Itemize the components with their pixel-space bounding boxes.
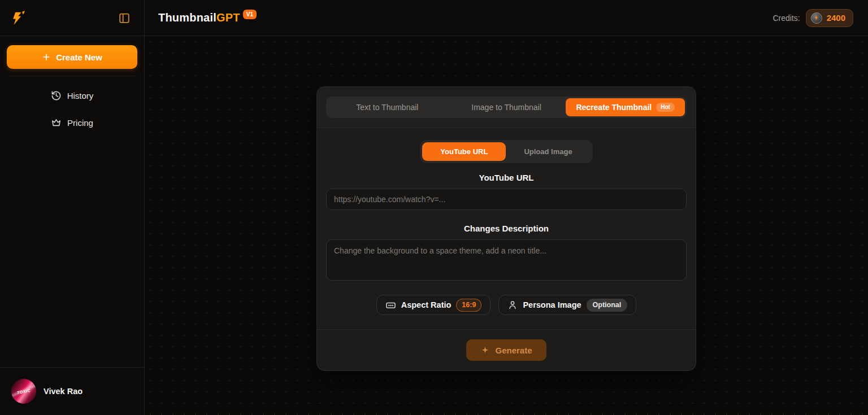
tab-label: Recreate Thumbnail (576, 103, 652, 112)
content-column: ThumbnailGPTV1 Credits: 2400 (145, 0, 868, 415)
youtube-url-label: YouTube URL (479, 173, 534, 182)
brand-accent: GPT (216, 11, 240, 24)
youtube-url-input[interactable] (326, 189, 687, 210)
avatar-label: TOXIC (16, 388, 31, 394)
user-section[interactable]: TOXIC Vivek Rao (0, 367, 144, 415)
changes-description-textarea[interactable] (326, 239, 687, 281)
aspect-ratio-icon (385, 300, 396, 311)
tab-text-to-thumbnail[interactable]: Text to Thumbnail (328, 98, 447, 116)
hot-badge: Hot (656, 103, 675, 112)
card-tabs-header: Text to Thumbnail Image to Thumbnail Rec… (317, 87, 696, 128)
aspect-ratio-value-badge: 16:9 (456, 299, 481, 312)
main-canvas: Text to Thumbnail Image to Thumbnail Rec… (145, 36, 868, 415)
tab-image-to-thumbnail[interactable]: Image to Thumbnail (447, 98, 566, 116)
credits-label: Credits: (772, 14, 800, 23)
history-icon (51, 90, 62, 101)
sidebar: Create New History Pricing TOXIC (0, 0, 145, 415)
sidebar-divider (9, 76, 135, 76)
sidebar-item-label: History (67, 91, 94, 101)
toggle-upload-image[interactable]: Upload Image (506, 142, 590, 161)
user-name: Vivek Rao (44, 387, 83, 396)
tab-label: Text to Thumbnail (356, 103, 418, 112)
panel-left-icon (118, 12, 131, 24)
aspect-ratio-button[interactable]: Aspect Ratio 16:9 (376, 295, 491, 315)
persona-image-label: Persona Image (523, 300, 581, 309)
credits-pill[interactable]: 2400 (806, 9, 853, 27)
optional-badge: Optional (587, 299, 628, 312)
sidebar-item-history[interactable]: History (7, 84, 137, 107)
sidebar-item-label: Pricing (67, 118, 93, 128)
avatar: TOXIC (11, 379, 36, 404)
generate-label: Generate (495, 346, 532, 355)
source-toggle: YouTube URL Upload Image (420, 140, 592, 163)
app-window: Create New History Pricing TOXIC (0, 0, 868, 415)
brand-primary: Thumbnail (158, 11, 216, 24)
card-body: YouTube URL Upload Image YouTube URL Cha… (317, 128, 696, 329)
app-title: ThumbnailGPTV1 (158, 11, 257, 24)
generate-button[interactable]: Generate (466, 339, 546, 361)
create-new-label: Create New (56, 53, 102, 62)
toggle-youtube-url[interactable]: YouTube URL (422, 142, 506, 161)
tab-recreate-thumbnail[interactable]: Recreate Thumbnail Hot (566, 98, 685, 116)
changes-description-label: Changes Description (464, 224, 549, 233)
generator-card: Text to Thumbnail Image to Thumbnail Rec… (316, 86, 696, 371)
credits-value: 2400 (827, 13, 845, 23)
tab-label: Image to Thumbnail (471, 103, 541, 112)
version-badge: V1 (243, 10, 257, 19)
sidebar-toggle-button[interactable] (117, 11, 132, 25)
top-header: ThumbnailGPTV1 Credits: 2400 (145, 0, 868, 36)
person-icon (507, 300, 518, 310)
app-logo-bolt-icon (9, 9, 27, 27)
sidebar-item-pricing[interactable]: Pricing (7, 111, 137, 134)
options-row: Aspect Ratio 16:9 Persona Image Optional (376, 295, 637, 315)
create-new-button[interactable]: Create New (7, 45, 137, 69)
mode-tablist: Text to Thumbnail Image to Thumbnail Rec… (326, 97, 687, 118)
sparkle-icon (480, 346, 490, 355)
crown-icon (51, 117, 62, 128)
sidebar-header (0, 0, 144, 36)
card-footer: Generate (317, 329, 696, 370)
persona-image-button[interactable]: Persona Image Optional (498, 295, 636, 315)
credits-area: Credits: 2400 (772, 9, 853, 27)
plus-icon (42, 53, 51, 62)
aspect-ratio-label: Aspect Ratio (401, 300, 452, 309)
credit-coin-icon (811, 12, 822, 24)
sidebar-nav: Create New History Pricing (0, 36, 144, 367)
